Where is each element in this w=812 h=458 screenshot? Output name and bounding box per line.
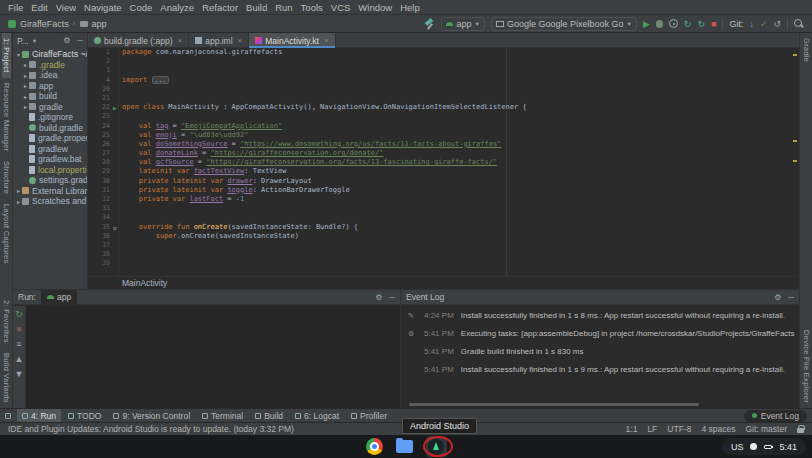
run-menu-icon[interactable]: ≡ — [16, 339, 21, 349]
stop-icon[interactable]: ■ — [16, 324, 21, 334]
menu-item-help[interactable]: Help — [396, 2, 424, 13]
tree-item[interactable]: ▸app — [13, 81, 87, 92]
tab-close-icon[interactable]: × — [324, 36, 329, 45]
apply-changes-icon[interactable]: ↻ — [684, 19, 692, 29]
scrollbar-warning-mark[interactable] — [793, 54, 797, 56]
lock-icon[interactable] — [797, 428, 804, 433]
menu-item-file[interactable]: File — [4, 2, 27, 13]
git-revert-icon[interactable]: ↺ — [773, 19, 781, 29]
tool-stripe-button[interactable]: Structure — [2, 156, 11, 199]
scrollbar-warning-mark[interactable] — [793, 140, 797, 142]
gear-icon[interactable]: ⚙ — [63, 36, 70, 45]
status-message[interactable]: IDE and Plugin Updates: Android Studio i… — [8, 424, 616, 434]
menu-item-view[interactable]: View — [52, 2, 80, 13]
indent-setting[interactable]: 4 spaces — [701, 424, 735, 434]
tool-window-button[interactable]: Profiler — [346, 409, 392, 423]
tree-item[interactable]: ▸.gradle — [13, 60, 87, 71]
tree-item[interactable]: local.properties — [13, 165, 87, 176]
tree-item[interactable]: ▾GiraffeFacts ~/St — [13, 49, 87, 60]
tool-window-button[interactable]: Build — [250, 409, 288, 423]
scroll-up-icon[interactable]: ▲ — [15, 354, 24, 364]
menu-item-code[interactable]: Code — [126, 2, 157, 13]
tree-item[interactable]: ▸Scratches and C — [13, 196, 87, 207]
tool-window-button[interactable]: Terminal — [197, 409, 248, 423]
chevron-icon[interactable]: ▾ — [15, 51, 22, 58]
event-log-button[interactable]: Event Log — [744, 410, 807, 422]
editor-tab[interactable]: app.iml× — [189, 33, 249, 48]
tool-stripe-button[interactable]: 2: Favorites — [2, 295, 11, 348]
run-panel-tab[interactable]: app — [41, 290, 77, 305]
menu-item-edit[interactable]: Edit — [27, 2, 51, 13]
gear-icon[interactable]: ⚙ — [375, 293, 382, 302]
tree-item[interactable]: ▸build — [13, 91, 87, 102]
scrollbar-warning-mark[interactable] — [793, 160, 797, 162]
project-panel-title[interactable]: P... — [17, 36, 29, 46]
rerun-icon[interactable]: ↻ — [15, 309, 23, 319]
tab-close-icon[interactable]: × — [178, 36, 183, 45]
git-branch[interactable]: Git: master — [745, 424, 787, 434]
breadcrumb-module[interactable]: app — [92, 19, 107, 29]
override-gutter-icon[interactable]: o — [113, 223, 117, 232]
breadcrumb-project[interactable]: GiraffeFacts — [20, 19, 69, 29]
line-ending[interactable]: LF — [647, 424, 657, 434]
horizontal-scrollbar[interactable] — [409, 403, 699, 406]
tree-item[interactable]: .gitignore — [13, 112, 87, 123]
tree-item[interactable]: ▸gradle — [13, 102, 87, 113]
tree-item[interactable]: gradle.propert — [13, 133, 87, 144]
event-log-entry[interactable]: ⚙5:41 PMExecuting tasks: [app:assembleDe… — [408, 329, 799, 338]
run-config-select[interactable]: app ▼ — [441, 17, 484, 31]
system-tray[interactable]: US 5:41 — [722, 438, 806, 455]
tool-window-button[interactable]: 4: Run — [17, 409, 61, 423]
debug-icon[interactable] — [656, 20, 663, 28]
gear-icon[interactable]: ⚙ — [774, 293, 781, 302]
event-log-entry[interactable]: ✎4:24 PMInstall successfully finished in… — [408, 311, 799, 320]
hide-panel-icon[interactable]: ─ — [788, 293, 794, 302]
tree-item[interactable]: ▸.idea — [13, 70, 87, 81]
tool-stripe-button[interactable]: Layout Captures — [2, 199, 11, 269]
tool-stripe-button[interactable]: Build Variants — [2, 348, 11, 408]
build-hammer-icon[interactable] — [423, 18, 435, 30]
menu-item-analyze[interactable]: Analyze — [156, 2, 198, 13]
chevron-icon[interactable]: ▸ — [22, 61, 29, 68]
menu-item-vcs[interactable]: VCS — [327, 2, 355, 13]
tool-stripe-button[interactable]: Gradle — [802, 33, 811, 67]
event-log-entry[interactable]: 5:41 PMInstall successfully finished in … — [408, 365, 799, 374]
chevron-icon[interactable]: ▸ — [22, 72, 29, 79]
clock[interactable]: 5:41 — [779, 442, 797, 452]
editor-tab[interactable]: MainActivity.kt× — [249, 33, 335, 48]
hide-panel-icon[interactable]: ─ — [389, 293, 395, 302]
editor-tab[interactable]: build.gradle (:app)× — [88, 33, 189, 48]
event-log-entry[interactable]: 5:41 PMGradle build finished in 1 s 830 … — [408, 347, 799, 356]
profile-icon[interactable] — [669, 19, 678, 28]
chevron-icon[interactable]: ▸ — [22, 82, 29, 89]
menu-item-refactor[interactable]: Refactor — [198, 2, 242, 13]
files-app-icon[interactable] — [396, 440, 413, 453]
git-commit-icon[interactable]: ✓ — [760, 19, 768, 29]
scroll-down-icon[interactable]: ▼ — [15, 369, 24, 379]
apply-code-changes-icon[interactable]: ↻ — [697, 19, 705, 29]
tree-item[interactable]: gradlew.bat — [13, 154, 87, 165]
chevron-icon[interactable]: ▸ — [22, 93, 29, 100]
menu-item-tools[interactable]: Tools — [297, 2, 327, 13]
tool-stripe-button[interactable]: Resource Manager — [2, 78, 11, 157]
chrome-icon[interactable] — [366, 438, 383, 455]
tool-stripe-button[interactable]: Device File Explorer — [802, 325, 811, 408]
tree-item[interactable]: settings.gradle — [13, 175, 87, 186]
run-gutter-icon[interactable]: ▶ — [113, 103, 117, 112]
tree-item[interactable]: build.gradle — [13, 123, 87, 134]
chevron-icon[interactable]: ▸ — [15, 198, 22, 205]
keyboard-layout[interactable]: US — [731, 442, 744, 452]
run-icon[interactable]: ▶ — [643, 19, 650, 29]
chevron-icon[interactable]: ▸ — [22, 103, 29, 110]
file-encoding[interactable]: UTF-8 — [667, 424, 691, 434]
tree-item[interactable]: ▸External Libraries — [13, 186, 87, 197]
tool-window-button[interactable]: TODO — [63, 409, 106, 423]
menu-item-navigate[interactable]: Navigate — [80, 2, 126, 13]
search-icon[interactable] — [794, 19, 804, 29]
chevron-icon[interactable]: ▸ — [15, 187, 22, 194]
tab-close-icon[interactable]: × — [238, 36, 243, 45]
tool-stripe-button[interactable]: 1: Project — [2, 33, 11, 78]
menu-item-build[interactable]: Build — [242, 2, 271, 13]
menu-item-run[interactable]: Run — [271, 2, 296, 13]
tree-item[interactable]: gradlew — [13, 144, 87, 155]
